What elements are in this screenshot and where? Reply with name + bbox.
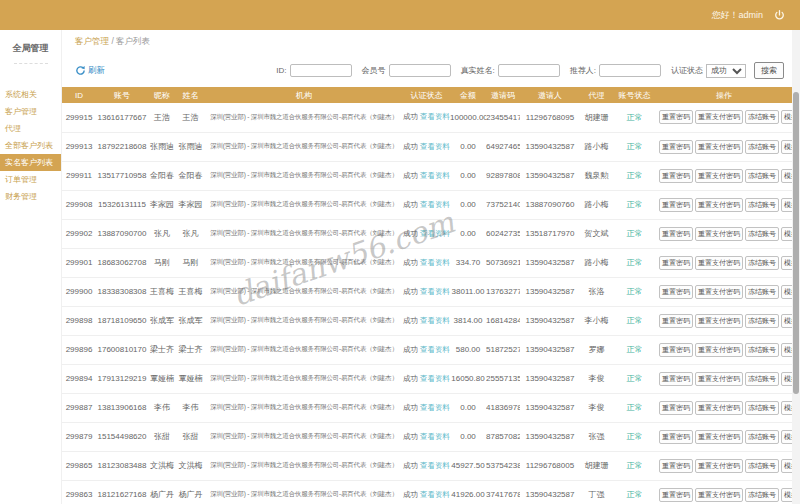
action-button[interactable]: 模拟登录 [781, 256, 792, 270]
filter-member-input[interactable] [389, 64, 451, 77]
auth-success-text: 成功 [403, 432, 418, 441]
view-profile-link[interactable]: 查看资料 [420, 287, 450, 296]
action-button[interactable]: 重置密码 [659, 343, 693, 357]
breadcrumb-parent-link[interactable]: 客户管理 [75, 36, 109, 46]
view-profile-link[interactable]: 查看资料 [420, 403, 450, 412]
action-button[interactable]: 冻结账号 [745, 227, 779, 241]
action-button[interactable]: 重置支付密码 [695, 110, 743, 124]
action-button[interactable]: 重置密码 [659, 198, 693, 212]
action-button[interactable]: 模拟登录 [781, 198, 792, 212]
sidebar-item[interactable]: 代理 [0, 120, 61, 137]
action-button[interactable]: 重置密码 [659, 110, 693, 124]
action-button[interactable]: 模拟登录 [781, 140, 792, 154]
account-cell: 18792218608 [96, 132, 148, 161]
action-button[interactable]: 冻结账号 [745, 110, 779, 124]
action-button[interactable]: 模拟登录 [781, 430, 792, 444]
action-button[interactable]: 冻结账号 [745, 314, 779, 328]
action-button[interactable]: 模拟登录 [781, 488, 792, 502]
view-profile-link[interactable]: 查看资料 [420, 432, 450, 441]
view-profile-link[interactable]: 查看资料 [420, 142, 450, 151]
auth-success-text: 成功 [403, 490, 418, 499]
action-button[interactable]: 冻结账号 [745, 198, 779, 212]
action-button[interactable]: 冻结账号 [745, 169, 779, 183]
action-button[interactable]: 重置支付密码 [695, 314, 743, 328]
action-button[interactable]: 重置支付密码 [695, 227, 743, 241]
action-button[interactable]: 重置密码 [659, 372, 693, 386]
action-button[interactable]: 重置密码 [659, 430, 693, 444]
view-profile-link[interactable]: 查看资料 [420, 461, 450, 470]
sidebar-item[interactable]: 系统相关 [0, 86, 61, 103]
logout-power-icon[interactable] [773, 9, 786, 22]
action-button[interactable]: 冻结账号 [745, 140, 779, 154]
action-button[interactable]: 模拟登录 [781, 343, 792, 357]
action-button[interactable]: 冻结账号 [745, 430, 779, 444]
action-button[interactable]: 重置密码 [659, 169, 693, 183]
scrollbar-thumb[interactable] [793, 92, 799, 394]
action-button[interactable]: 冻结账号 [745, 488, 779, 502]
view-profile-link[interactable]: 查看资料 [420, 258, 450, 267]
action-button[interactable]: 重置支付密码 [695, 256, 743, 270]
action-button[interactable]: 模拟登录 [781, 110, 792, 124]
auth-status-select[interactable]: 成功 [706, 64, 746, 78]
action-button[interactable]: 重置支付密码 [695, 169, 743, 183]
action-button[interactable]: 重置密码 [659, 256, 693, 270]
view-profile-link[interactable]: 查看资料 [420, 112, 450, 121]
view-profile-link[interactable]: 查看资料 [420, 229, 450, 238]
action-button[interactable]: 模拟登录 [781, 314, 792, 328]
scrollbar[interactable] [792, 30, 800, 504]
view-profile-link[interactable]: 查看资料 [420, 345, 450, 354]
view-profile-link[interactable]: 查看资料 [420, 200, 450, 209]
view-profile-link[interactable]: 查看资料 [420, 374, 450, 383]
action-button[interactable]: 模拟登录 [781, 227, 792, 241]
action-button[interactable]: 冻结账号 [745, 256, 779, 270]
action-button[interactable]: 重置密码 [659, 227, 693, 241]
filter-id-input[interactable] [290, 64, 352, 77]
action-button[interactable]: 模拟登录 [781, 169, 792, 183]
action-button[interactable]: 重置支付密码 [695, 488, 743, 502]
inviter-cell: 13590432587 [520, 364, 580, 393]
account-cell: 18123083488 [96, 451, 148, 480]
action-button[interactable]: 重置支付密码 [695, 140, 743, 154]
action-button[interactable]: 冻结账号 [745, 459, 779, 473]
sidebar-item[interactable]: 订单管理 [0, 171, 61, 188]
filter-referrer-input[interactable] [599, 64, 661, 77]
action-button[interactable]: 重置密码 [659, 140, 693, 154]
table-row: 29989417913129219覃娅楠覃娅楠深圳(营业部) - 深圳市魏之道合… [62, 364, 792, 393]
action-button[interactable]: 冻结账号 [745, 372, 779, 386]
action-button[interactable]: 模拟登录 [781, 459, 792, 473]
action-button[interactable]: 模拟登录 [781, 401, 792, 415]
action-button[interactable]: 重置支付密码 [695, 285, 743, 299]
inviter-cell: 11296768095 [520, 103, 580, 132]
action-button[interactable]: 重置支付密码 [695, 343, 743, 357]
auth-success-text: 成功 [403, 142, 418, 151]
action-button[interactable]: 重置支付密码 [695, 198, 743, 212]
search-button[interactable]: 搜索 [754, 62, 784, 79]
action-button[interactable]: 冻结账号 [745, 401, 779, 415]
action-button[interactable]: 重置密码 [659, 459, 693, 473]
view-profile-link[interactable]: 查看资料 [420, 316, 450, 325]
account-status-cell: 正常 [613, 335, 656, 364]
action-button[interactable]: 重置支付密码 [695, 459, 743, 473]
view-profile-link[interactable]: 查看资料 [420, 490, 450, 499]
action-button[interactable]: 模拟登录 [781, 285, 792, 299]
refresh-button[interactable]: 刷新 [75, 65, 105, 77]
sidebar-item[interactable]: 全部客户列表 [0, 137, 61, 154]
sidebar-item[interactable]: 财务管理 [0, 188, 61, 205]
action-button[interactable]: 重置密码 [659, 314, 693, 328]
action-button[interactable]: 重置密码 [659, 285, 693, 299]
view-profile-link[interactable]: 查看资料 [420, 171, 450, 180]
column-header: 昵称 [148, 87, 176, 103]
account-status-cell: 正常 [613, 480, 656, 504]
action-button[interactable]: 冻结账号 [745, 343, 779, 357]
sidebar-item[interactable]: 客户管理 [0, 103, 61, 120]
action-button[interactable]: 重置支付密码 [695, 401, 743, 415]
breadcrumb-current: 客户列表 [116, 36, 150, 46]
action-button[interactable]: 重置密码 [659, 488, 693, 502]
action-button[interactable]: 模拟登录 [781, 372, 792, 386]
sidebar-item-active[interactable]: 实名客户列表 [0, 154, 61, 171]
action-button[interactable]: 重置密码 [659, 401, 693, 415]
action-button[interactable]: 重置支付密码 [695, 430, 743, 444]
action-button[interactable]: 重置支付密码 [695, 372, 743, 386]
action-button[interactable]: 冻结账号 [745, 285, 779, 299]
filter-realname-input[interactable] [498, 64, 560, 77]
